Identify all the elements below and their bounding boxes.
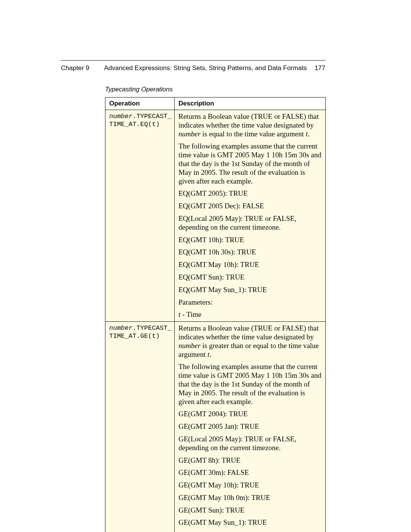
description-cell: Returns a Boolean value (TRUE or FALSE) … bbox=[175, 322, 326, 532]
example-line: EQ(GMT May 10h): TRUE bbox=[178, 260, 322, 269]
page: Chapter 9 Advanced Expressions: String S… bbox=[0, 0, 411, 532]
operation-code-line-2: TIME_AT.GE(t) bbox=[109, 332, 170, 340]
operation-cell: number.TYPECAST_ TIME_AT.EQ(t) bbox=[105, 110, 175, 322]
example-line: GE(GMT 2005 Jan): TRUE bbox=[178, 422, 322, 431]
text: . bbox=[307, 130, 309, 138]
parameter-line: t - Time bbox=[178, 310, 322, 319]
example-line: GE(GMT 2004): TRUE bbox=[178, 410, 322, 419]
example-line: EQ(GMT May Sun_1): TRUE bbox=[178, 286, 322, 294]
example-line: GE(GMT May 10h 0m): TRUE bbox=[178, 494, 322, 502]
description-assumption: The following examples assume that the c… bbox=[178, 363, 322, 406]
operation-number-token: number bbox=[109, 324, 132, 332]
example-line: GE(Local 2005 May): TRUE or FALSE, depen… bbox=[178, 435, 322, 452]
operation-code-line-1: .TYPECAST_ bbox=[132, 324, 171, 332]
description-intro: Returns a Boolean value (TRUE or FALSE) … bbox=[178, 324, 322, 359]
header-chapter: Chapter 9 bbox=[61, 64, 104, 72]
table-row: number.TYPECAST_ TIME_AT.EQ(t) Returns a… bbox=[105, 110, 326, 322]
col-header-operation: Operation bbox=[105, 97, 175, 110]
text: is equal to the time value argument bbox=[201, 130, 306, 138]
param-t-rest: - Time bbox=[180, 310, 201, 318]
example-line: EQ(GMT 2005 Dec): FALSE bbox=[178, 202, 322, 211]
operation-number-token: number bbox=[109, 113, 132, 120]
description-assumption: The following examples assume that the c… bbox=[178, 142, 322, 185]
parameters-label: Parameters: bbox=[178, 298, 322, 307]
example-line: EQ(GMT 10h 30s): TRUE bbox=[178, 248, 322, 257]
description-intro: Returns a Boolean value (TRUE or FALSE) … bbox=[178, 112, 322, 138]
example-line: GE(GMT Sun): TRUE bbox=[178, 506, 322, 515]
header-title: Advanced Expressions: String Sets, Strin… bbox=[104, 64, 307, 72]
header-page-number: 177 bbox=[307, 64, 325, 72]
header-rule bbox=[61, 60, 325, 61]
operations-table: Operation Description number.TYPECAST_ T… bbox=[105, 97, 326, 532]
running-header: Chapter 9 Advanced Expressions: String S… bbox=[61, 64, 325, 72]
description-cell: Returns a Boolean value (TRUE or FALSE) … bbox=[175, 110, 326, 322]
example-line: EQ(Local 2005 May): TRUE or FALSE, depen… bbox=[178, 214, 322, 232]
table-header-row: Operation Description bbox=[105, 97, 326, 110]
example-line: GE(GMT 8h): TRUE bbox=[178, 456, 322, 465]
example-line: EQ(GMT 2005): TRUE bbox=[178, 189, 322, 198]
example-line: GE(GMT May 10h): TRUE bbox=[178, 481, 322, 490]
example-line: GE(GMT 30m): FALSE bbox=[178, 468, 322, 477]
example-line: EQ(GMT 10h): TRUE bbox=[178, 236, 322, 244]
operation-code-line-2: TIME_AT.EQ(t) bbox=[109, 120, 170, 128]
text: Returns a Boolean value (TRUE or FALSE) … bbox=[178, 112, 319, 129]
text: . bbox=[209, 350, 211, 358]
number-italic: number bbox=[178, 130, 201, 138]
operation-code-line-1: .TYPECAST_ bbox=[132, 113, 171, 120]
example-line: EQ(GMT Sun): TRUE bbox=[178, 273, 322, 282]
example-line: GE(GMT May Sun_1): TRUE bbox=[178, 518, 322, 527]
operation-cell: number.TYPECAST_ TIME_AT.GE(t) bbox=[105, 322, 175, 532]
text: Returns a Boolean value (TRUE or FALSE) … bbox=[178, 324, 319, 341]
table-caption: Typecasting Operations bbox=[105, 86, 325, 93]
col-header-description: Description bbox=[175, 97, 326, 110]
number-italic: number bbox=[178, 342, 201, 350]
table-row: number.TYPECAST_ TIME_AT.GE(t) Returns a… bbox=[105, 322, 326, 532]
